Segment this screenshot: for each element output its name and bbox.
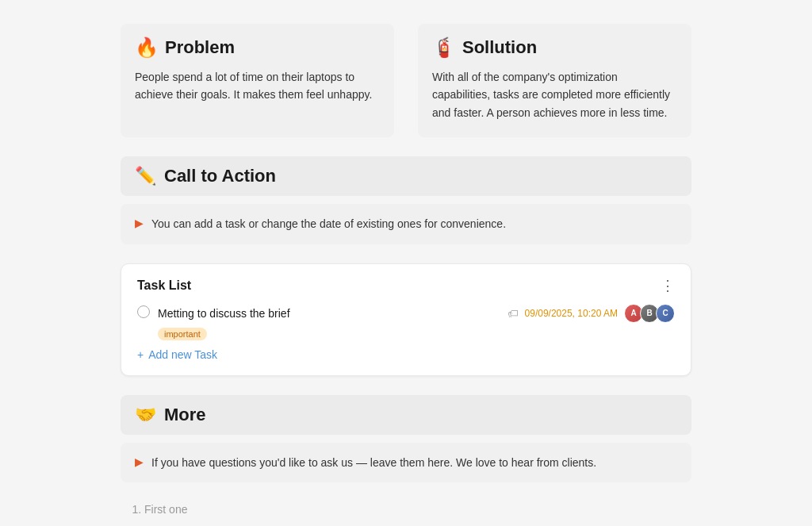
solution-body: With all of the company's optimization c… (432, 68, 677, 121)
task-name: Metting to discuss the brief (158, 307, 290, 320)
more-info-box: ▶ If you have questions you'd like to as… (121, 443, 691, 482)
cta-header: ✏️ Call to Action (121, 156, 691, 196)
handshake-emoji: 🤝 (135, 405, 156, 425)
cta-title: Call to Action (164, 166, 276, 186)
task-meta: 🏷 09/09/2025, 10:20 AM A B C (508, 304, 675, 323)
more-list: First one Second one (121, 501, 691, 526)
fire-emoji: 🔥 (135, 36, 159, 59)
cta-info-text: You can add a task or change the date of… (151, 215, 506, 232)
task-checkbox[interactable] (137, 305, 150, 318)
task-card-header: Task List ⋮ (137, 278, 675, 293)
list-item-1: First one (144, 501, 691, 518)
avatar-3: C (656, 304, 675, 323)
tag-icon: 🏷 (508, 307, 519, 320)
add-task-button[interactable]: + Add new Task (137, 348, 217, 361)
task-list-title: Task List (137, 278, 191, 293)
more-dots-button[interactable]: ⋮ (661, 278, 675, 293)
problem-title-text: Problem (165, 37, 235, 58)
more-info-text: If you have questions you'd like to ask … (151, 454, 596, 471)
task-date: 09/09/2025, 10:20 AM (525, 308, 618, 319)
problem-title: 🔥 Problem (135, 36, 380, 59)
arrow-icon: ▶ (135, 217, 144, 229)
solution-title-text: Sollution (462, 37, 537, 58)
problem-card: 🔥 Problem People spend a lot of time on … (121, 24, 394, 137)
solution-card: 🧯 Sollution With all of the company's op… (418, 24, 691, 137)
plus-icon: + (137, 348, 144, 361)
more-arrow-icon: ▶ (135, 455, 144, 468)
task-card: Task List ⋮ Metting to discuss the brief… (121, 263, 691, 376)
more-header: 🤝 More (121, 395, 691, 435)
task-badge: important (158, 328, 207, 340)
page-container: 🔥 Problem People spend a lot of time on … (121, 24, 691, 526)
cta-info-box: ▶ You can add a task or change the date … (121, 204, 691, 244)
problem-body: People spend a lot of time on their lapt… (135, 68, 380, 104)
task-name-row: Metting to discuss the brief 🏷 09/09/202… (158, 304, 675, 323)
more-section: 🤝 More ▶ If you have questions you'd lik… (121, 395, 691, 526)
pencil-emoji: ✏️ (135, 166, 156, 186)
solution-title: 🧯 Sollution (432, 36, 677, 59)
task-row: Metting to discuss the brief 🏷 09/09/202… (137, 304, 675, 340)
task-content: Metting to discuss the brief 🏷 09/09/202… (158, 304, 675, 340)
top-columns: 🔥 Problem People spend a lot of time on … (121, 24, 691, 137)
avatar-group: A B C (624, 304, 675, 323)
add-task-label: Add new Task (148, 348, 217, 361)
more-title: More (164, 405, 206, 425)
extinguisher-emoji: 🧯 (432, 36, 456, 59)
